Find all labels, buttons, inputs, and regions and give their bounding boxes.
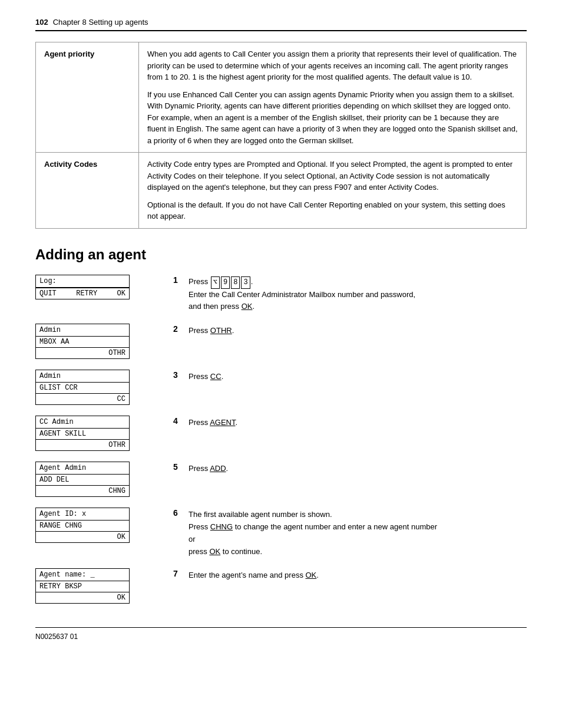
doc-number: N0025637 01 — [35, 633, 78, 641]
step-screen-col: CC AdminAGENT SKILLOTHR — [35, 416, 159, 451]
chapter-title: Chapter 8 Setting up agents — [53, 18, 148, 27]
step-screen-col: AdminGLIST CCRCC — [35, 370, 159, 405]
step-row: CC AdminAGENT SKILLOTHR4Press AGENT. — [35, 416, 527, 451]
phone-screen: Agent name: _RETRY BKSPOK — [35, 568, 130, 604]
step-number: 7 — [173, 568, 189, 578]
step-number: 2 — [173, 324, 189, 334]
step-number: 4 — [173, 416, 189, 426]
step-row: AdminGLIST CCRCC3Press CC. — [35, 370, 527, 405]
step-row: AdminMBOX AAOTHR2Press OTHR. — [35, 324, 527, 359]
phone-screen: AdminGLIST CCRCC — [35, 370, 130, 405]
step-content: Press ⌥983.Enter the Call Center Adminis… — [189, 275, 527, 314]
table-desc-cell: Activity Code entry types are Prompted a… — [139, 153, 527, 229]
step-content: Press OTHR. — [189, 324, 527, 337]
step-number: 5 — [173, 462, 189, 472]
table-term-cell: Activity Codes — [36, 153, 139, 229]
section-heading: Adding an agent — [35, 246, 527, 263]
phone-screen: AdminMBOX AAOTHR — [35, 324, 130, 359]
step-screen-col: AdminMBOX AAOTHR — [35, 324, 159, 359]
step-content: Press AGENT. — [189, 416, 527, 429]
step-screen-col: Agent AdminADD DELCHNG — [35, 462, 159, 497]
step-number: 3 — [173, 370, 189, 380]
steps-container: Log:QUITRETRYOK1Press ⌥983.Enter the Cal… — [35, 275, 527, 604]
phone-screen: Agent AdminADD DELCHNG — [35, 462, 130, 497]
step-row: Log:QUITRETRYOK1Press ⌥983.Enter the Cal… — [35, 275, 527, 314]
step-row: Agent name: _RETRY BKSPOK7Enter the agen… — [35, 568, 527, 604]
step-content: Enter the agent’s name and press OK. — [189, 568, 527, 582]
step-screen-col: Log:QUITRETRYOK — [35, 275, 159, 299]
phone-screen: CC AdminAGENT SKILLOTHR — [35, 416, 130, 451]
step-row: Agent AdminADD DELCHNG5Press ADD. — [35, 462, 527, 497]
phone-screen: Log:QUITRETRYOK — [35, 275, 130, 299]
step-row: Agent ID: xRANGE CHNGOK6The first availa… — [35, 508, 527, 558]
step-content: The first available agent number is show… — [189, 508, 527, 558]
step-number: 1 — [173, 275, 189, 285]
step-screen-col: Agent ID: xRANGE CHNGOK — [35, 508, 159, 543]
table-desc-cell: When you add agents to Call Center you a… — [139, 42, 527, 153]
page-number: 102 — [35, 18, 48, 27]
step-content: Press CC. — [189, 370, 527, 383]
step-content: Press ADD. — [189, 462, 527, 475]
phone-screen: Agent ID: xRANGE CHNGOK — [35, 508, 130, 543]
page-header: 102 Chapter 8 Setting up agents — [35, 18, 527, 31]
step-screen-col: Agent name: _RETRY BKSPOK — [35, 568, 159, 604]
page-footer: N0025637 01 — [35, 627, 527, 641]
step-number: 6 — [173, 508, 189, 518]
table-term-cell: Agent priority — [36, 42, 139, 153]
reference-table: Agent priorityWhen you add agents to Cal… — [35, 42, 527, 229]
